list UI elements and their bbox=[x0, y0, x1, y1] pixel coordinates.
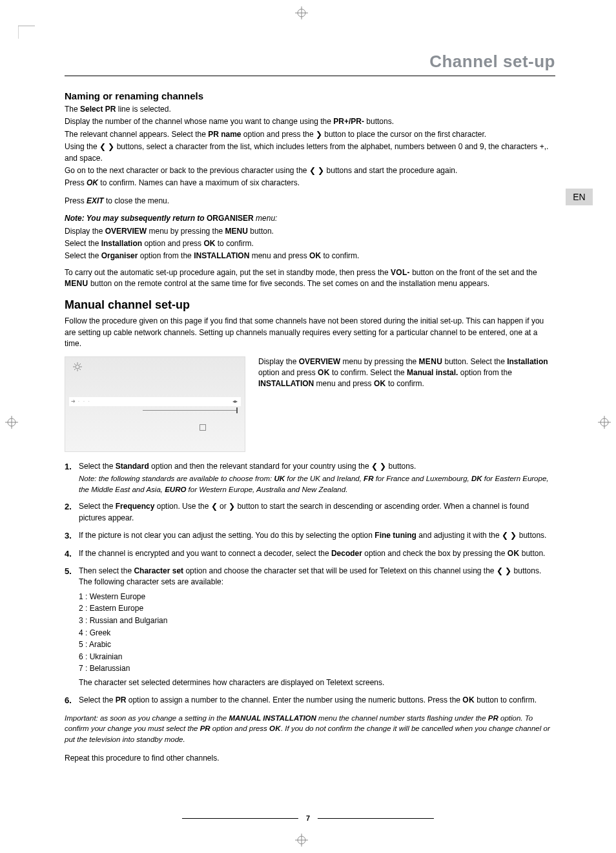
text: button. Select the bbox=[442, 357, 507, 366]
svg-point-12 bbox=[76, 365, 79, 369]
text: to close the menu. bbox=[104, 196, 169, 205]
text: for Western Europe, Australia and New Ze… bbox=[186, 486, 347, 493]
text: Select the bbox=[79, 462, 116, 471]
text: option and check the box by pressing the bbox=[362, 549, 508, 558]
text: ORGANISER bbox=[207, 214, 254, 223]
text: Display the number of the channel whose … bbox=[65, 117, 333, 126]
text: Character set bbox=[134, 566, 183, 575]
text: EXIT bbox=[87, 196, 104, 205]
text: Frequency bbox=[116, 502, 155, 511]
text: PR bbox=[200, 725, 210, 732]
text: Press bbox=[65, 178, 87, 187]
text: to confirm. bbox=[215, 239, 253, 248]
text: menu and press bbox=[314, 379, 374, 388]
naming-body: The Select PR line is selected. Display … bbox=[65, 104, 555, 207]
text: Note: the following standards are availa… bbox=[79, 475, 274, 482]
step-2: Select the Frequency option. Use the ❮ o… bbox=[65, 501, 555, 524]
text: INSTALLATION bbox=[194, 251, 249, 260]
registration-mark-icon bbox=[295, 834, 308, 847]
text: OK bbox=[269, 725, 281, 732]
step-6: Select the PR option to assign a number … bbox=[65, 695, 555, 706]
text: Press bbox=[65, 196, 87, 205]
text: for the UK and Ireland, bbox=[285, 475, 364, 482]
text: PR+/PR- bbox=[333, 117, 364, 126]
menu-highlight-row: ➔ · · · ◂▸ bbox=[69, 397, 241, 406]
text: Display the bbox=[258, 357, 299, 366]
text: button on the front of the set and the bbox=[410, 268, 537, 277]
text: Installation bbox=[101, 239, 142, 248]
text: button. bbox=[248, 227, 274, 236]
text: line is selected. bbox=[116, 105, 170, 114]
text: MANUAL INSTALLATION bbox=[229, 714, 316, 722]
organiser-note: Note: You may subsequently return to ORG… bbox=[65, 213, 555, 262]
list-item: 4 : Greek bbox=[79, 627, 555, 639]
text: button to confirm. bbox=[475, 695, 537, 704]
text: If the channel is encrypted and you want… bbox=[79, 549, 331, 558]
important-note: Important: as soon as you change a setti… bbox=[65, 713, 555, 745]
text: Display the bbox=[65, 227, 105, 236]
text: Standard bbox=[116, 462, 149, 471]
step-1: Select the Standard option and then the … bbox=[65, 461, 555, 495]
manual-row: ➔ · · · ◂▸ Display the OVERVIEW menu by … bbox=[65, 356, 555, 452]
text: Select PR bbox=[80, 105, 116, 114]
text: The character set selected determines ho… bbox=[79, 677, 555, 688]
step-5: Then select the Character set option and… bbox=[65, 566, 555, 688]
text: option and press bbox=[142, 239, 203, 248]
text: Then select the bbox=[79, 566, 134, 575]
svg-line-20 bbox=[74, 369, 76, 370]
text: option and press the ❯ button to place t… bbox=[241, 130, 487, 139]
text: Important: as soon as you change a setti… bbox=[65, 714, 229, 722]
svg-line-19 bbox=[79, 364, 81, 365]
text: Select the bbox=[79, 502, 116, 511]
step-4: If the channel is encrypted and you want… bbox=[65, 548, 555, 559]
text: Organiser bbox=[101, 251, 138, 260]
naming-heading: Naming or renaming channels bbox=[65, 90, 555, 101]
text: To carry out the automatic set-up proced… bbox=[65, 268, 391, 277]
step-3: If the picture is not clear you can adju… bbox=[65, 530, 555, 541]
menu-screenshot: ➔ · · · ◂▸ bbox=[65, 356, 245, 452]
text: OVERVIEW bbox=[105, 227, 147, 236]
registration-mark-icon bbox=[5, 416, 18, 429]
text: to confirm. Select the bbox=[330, 368, 407, 377]
page-title: Channel set-up bbox=[65, 52, 555, 72]
text: EURO bbox=[165, 486, 186, 493]
text: Select the bbox=[79, 695, 116, 704]
text: The relevant channel appears. Select the bbox=[65, 130, 208, 139]
text: DK bbox=[471, 475, 482, 482]
text: · · · bbox=[77, 399, 229, 404]
list-item: 7 : Belarussian bbox=[79, 663, 555, 675]
charset-list: 1 : Western Europe 2 : Eastern Europe 3 … bbox=[79, 591, 555, 675]
slider-line bbox=[143, 410, 237, 411]
text: option from the bbox=[458, 368, 511, 377]
list-item: 3 : Russian and Bulgarian bbox=[79, 615, 555, 627]
text: Decoder bbox=[331, 549, 362, 558]
page-content: EN Channel set-up Naming or renaming cha… bbox=[65, 52, 555, 765]
text: OK bbox=[203, 239, 215, 248]
text: Fine tuning bbox=[375, 531, 416, 540]
text: option and press bbox=[258, 368, 318, 377]
repeat-text: Repeat this procedure to find other chan… bbox=[65, 753, 555, 764]
svg-line-18 bbox=[79, 369, 81, 370]
text: to confirm. bbox=[386, 379, 424, 388]
text: menu the channel number starts flashing … bbox=[316, 714, 488, 722]
text: for France and Luxembourg, bbox=[373, 475, 471, 482]
page-header: Channel set-up bbox=[65, 52, 555, 76]
text: option and then the relevant standard fo… bbox=[149, 462, 416, 471]
auto-setup-note: To carry out the automatic set-up proced… bbox=[65, 267, 555, 290]
text: OVERVIEW bbox=[299, 357, 340, 366]
arrow-right-icon: ➔ bbox=[69, 398, 77, 404]
text: PR name bbox=[208, 130, 241, 139]
text: The bbox=[65, 105, 80, 114]
page-number: 7 bbox=[306, 814, 310, 822]
text: OK bbox=[508, 549, 520, 558]
text: Select the bbox=[65, 239, 101, 248]
registration-mark-icon bbox=[598, 416, 611, 429]
manual-page: EN Channel set-up Naming or renaming cha… bbox=[0, 0, 616, 853]
text: Select the bbox=[65, 251, 101, 260]
text: Installation bbox=[507, 357, 548, 366]
text: menu by pressing the bbox=[147, 227, 225, 236]
svg-line-17 bbox=[74, 364, 76, 365]
text: menu: bbox=[254, 214, 278, 223]
text: button on the remote control at the same… bbox=[88, 279, 489, 288]
checkbox-icon bbox=[200, 424, 206, 431]
